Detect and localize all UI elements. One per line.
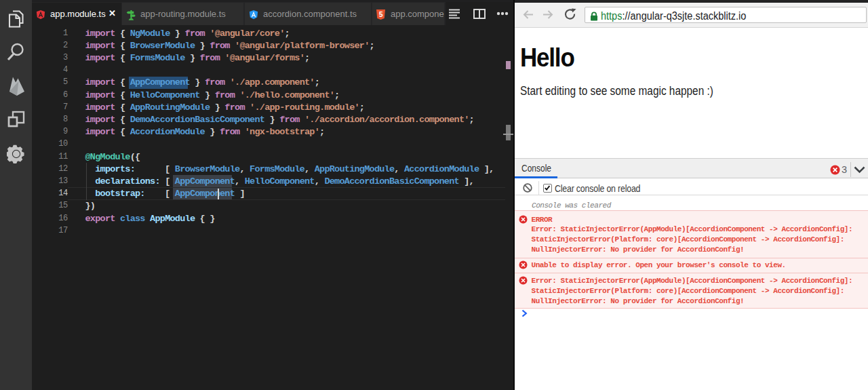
svg-text:5: 5	[379, 10, 383, 18]
